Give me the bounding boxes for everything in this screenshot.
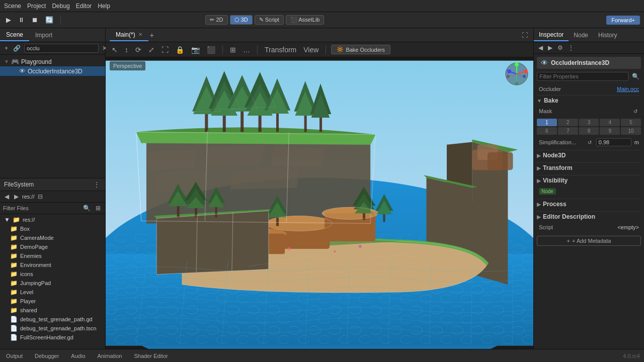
fs-filter-options[interactable]: ⊞ [94,204,102,212]
bottom-tab-animation[interactable]: Animation [96,352,124,359]
mode-assetlib[interactable]: ⬛ AssetLib [286,15,325,25]
viewport-add-tab[interactable]: + [148,31,155,40]
debug-button[interactable]: 🔄 [43,15,55,25]
mode-2d[interactable]: ✏ 2D [205,15,227,25]
transform-menu[interactable]: Transform [263,45,298,54]
tool-more[interactable]: ⊞ [228,45,238,54]
simplification-input[interactable] [596,138,631,146]
stop-button[interactable]: ⏹ [30,15,40,25]
tool-select[interactable]: ↖ [110,45,120,54]
fs-item-environment[interactable]: 📁 Environment [0,260,105,269]
mask-btn-6[interactable]: 6 [537,127,557,135]
bake-occluders-button[interactable]: 🔆 Bake Occluders [331,45,390,54]
mask-btn-10[interactable]: 10 [621,127,641,135]
tree-item-occluder[interactable]: 👁 OccluderInstance3D [0,66,105,76]
mask-btn-5[interactable]: 5 [621,119,641,126]
toolbar-separator-1 [60,16,61,25]
menu-project[interactable]: Project [27,3,46,10]
mask-btn-4[interactable]: 4 [600,119,620,126]
section-process[interactable]: ▶ Process [537,199,641,209]
fs-back[interactable]: ◀ [3,193,11,201]
playground-label: Playground [21,58,52,65]
section-bake[interactable]: ▼ Bake [537,95,641,106]
filter-properties-input[interactable] [537,72,628,81]
section-visibility[interactable]: ▶ Visibility [537,175,641,186]
viewport-tab-main[interactable]: Main(*) ✕ [110,29,148,41]
add-metadata-button[interactable]: + + Add Metadata [537,236,641,246]
fs-item-root[interactable]: ▼ 📁 res:// [0,215,105,224]
tool-grid[interactable]: ⬛ [205,45,217,54]
menu-scene[interactable]: Scene [4,3,21,10]
node3d-arrow: ▶ [537,153,541,158]
tab-scene[interactable]: Scene [0,29,29,41]
viewport-expand[interactable]: ⛶ [520,31,529,39]
fs-item-enemies[interactable]: 📁 Enemies [0,251,105,260]
view-menu[interactable]: View [301,45,320,54]
bottom-tab-audio[interactable]: Audio [69,352,87,359]
fs-item-icons[interactable]: 📁 icons [0,269,105,279]
simplification-reset[interactable]: ↺ [586,139,593,146]
bottom-tab-debugger[interactable]: Debugger [33,352,61,359]
mode-script[interactable]: ✎ Script [255,15,284,25]
tab-history[interactable]: History [593,30,622,41]
fs-item-jumpingpad[interactable]: 📁 JumpingPad [0,279,105,288]
tool-camera[interactable]: 📷 [189,45,202,54]
fs-item-box[interactable]: 📁 Box [0,224,105,233]
fs-collapse[interactable]: ⊟ [36,193,44,201]
pause-button[interactable]: ⏸ [16,15,27,25]
menu-help[interactable]: Help [98,3,110,10]
fs-item-player[interactable]: 📁 Player [0,297,105,306]
mask-btn-1[interactable]: 1 [537,119,557,126]
mask-btn-7[interactable]: 7 [558,127,578,135]
tool-rotate[interactable]: ⟳ [133,45,143,54]
node3d-section-label: Node3D [543,152,566,159]
tool-scale[interactable]: ⤢ [146,45,156,54]
fs-item-demopage[interactable]: 📁 DemoPage [0,242,105,251]
scene-toolbar: + 🔗 ✕ 🔍 ⋮ [0,42,105,55]
mode-3d[interactable]: ⬡ 3D [230,15,253,25]
tool-options[interactable]: … [241,45,252,54]
tool-transform[interactable]: ⛶ [159,45,171,54]
add-node-button[interactable]: + [3,44,10,52]
filesystem-options[interactable]: ⋮ [92,180,101,189]
menu-editor[interactable]: Editor [76,3,92,10]
tab-import[interactable]: Import [29,30,58,41]
inspector-back[interactable]: ◀ [537,44,544,52]
mask-btn-9[interactable]: 9 [600,127,620,135]
bottom-tab-shader[interactable]: Shader Editor [132,352,170,359]
fs-item-debug-tscn[interactable]: 📄 debug_test_grenade_path.tscn [0,324,105,333]
occluder-property-value[interactable]: Main.occ [617,86,639,92]
mask-btn-3[interactable]: 3 [579,119,599,126]
inspector-options-1[interactable]: ⚙ [556,44,565,52]
tree-item-playground[interactable]: ▼ 🎮 Playground [0,57,105,66]
fs-item-level[interactable]: 📁 Level [0,288,105,297]
play-button[interactable]: ▶ [4,15,13,25]
filter-search-icon[interactable]: 🔍 [630,72,641,80]
fs-item-cameramode[interactable]: 📁 CameraMode [0,233,105,242]
fs-forward[interactable]: ▶ [13,193,20,201]
fs-item-debug-gd[interactable]: 📄 debug_test_grenade_path.gd [0,315,105,324]
fs-item-shared[interactable]: 📁 shared [0,306,105,315]
tool-lock[interactable]: 🔒 [174,45,186,54]
viewport-canvas[interactable]: Perspective [106,57,533,349]
fs-filter-search[interactable]: 🔍 [82,204,92,212]
tab-node[interactable]: Node [569,30,593,41]
mask-btn-8[interactable]: 8 [579,127,599,135]
fs-item-fullscreen[interactable]: 📄 FullScreenHandler.gd [0,333,105,342]
tool-move[interactable]: ↕ [123,45,130,54]
mask-reset[interactable]: ↺ [632,108,639,115]
inspector-forward[interactable]: ▶ [546,44,554,52]
scene-search-input[interactable] [24,44,99,53]
editor-desc-arrow: ▶ [537,214,541,220]
inspector-options-2[interactable]: ⋮ [567,44,576,52]
menu-debug[interactable]: Debug [52,3,69,10]
mask-btn-2[interactable]: 2 [558,119,578,126]
section-editor-desc[interactable]: ▶ Editor Description [537,211,641,222]
section-transform[interactable]: ▶ Transform [537,162,641,173]
section-node3d[interactable]: ▶ Node3D [537,150,641,160]
bottom-tab-output[interactable]: Output [4,352,25,359]
link-node-button[interactable]: 🔗 [12,44,22,52]
viewport-tab-close[interactable]: ✕ [138,32,142,37]
tab-inspector[interactable]: Inspector [534,29,569,41]
forward-button[interactable]: Forward+ [606,16,640,25]
